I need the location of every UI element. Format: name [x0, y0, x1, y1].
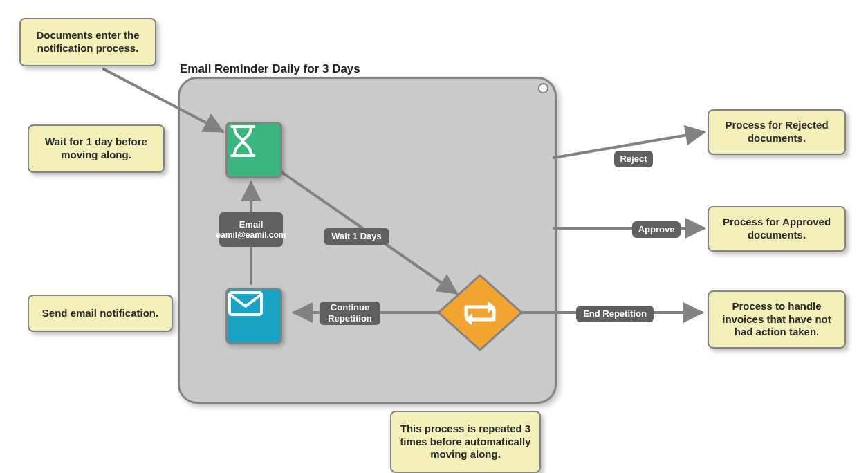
edge-label-email-line2: eamil@eamil.com — [216, 230, 286, 240]
note-repeated-3-times[interactable]: This process is repeated 3 times before … — [390, 411, 541, 473]
envelope-icon — [228, 290, 264, 317]
svg-rect-3 — [230, 293, 261, 315]
note-documents-enter[interactable]: Documents enter the notification process… — [19, 18, 156, 66]
edge-label-email-line1: Email — [239, 219, 264, 230]
note-wait-1-day[interactable]: Wait for 1 day before moving along. — [28, 124, 165, 173]
hourglass-icon — [228, 124, 258, 158]
note-rejected-process[interactable]: Process for Rejected documents. — [708, 109, 846, 155]
note-no-action-process[interactable]: Process to handle invoices that have not… — [708, 290, 846, 349]
email-node[interactable] — [225, 288, 282, 344]
edge-label-wait: Wait 1 Days — [324, 228, 389, 245]
note-send-email[interactable]: Send email notification. — [28, 295, 173, 332]
edge-label-approve: Approve — [632, 221, 681, 238]
edge-label-reject: Reject — [614, 151, 653, 167]
edge-label-end-repetition: End Repetition — [576, 306, 654, 322]
wait-node[interactable] — [225, 122, 282, 178]
note-approved-process[interactable]: Process for Approved documents. — [708, 206, 846, 252]
edge-label-continue: Continue Repetition — [320, 302, 380, 325]
edge-enter — [104, 69, 223, 131]
edge-label-email: Email eamil@eamil.com — [219, 212, 283, 247]
diagram-canvas: Email Reminder Daily for 3 Days — [0, 0, 868, 473]
